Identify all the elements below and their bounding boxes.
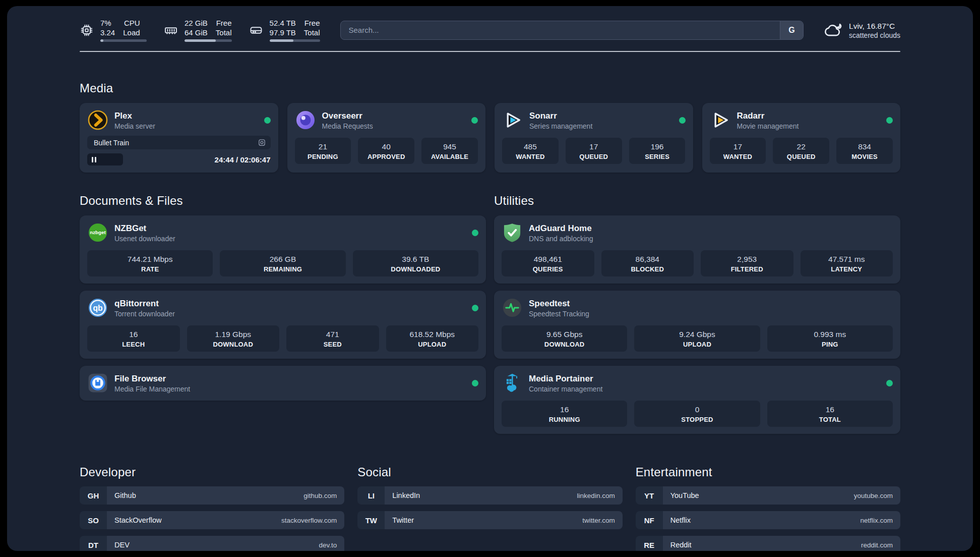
- speedtest-stat-download: 9.65 Gbps DOWNLOAD: [502, 325, 627, 352]
- cpu-total-value: 3.24: [100, 28, 115, 37]
- radarr-stat-wanted: 17 WANTED: [710, 138, 766, 164]
- app-name: Overseerr: [322, 110, 373, 121]
- overseerr-stat-pending: 21 PENDING: [295, 138, 351, 164]
- link-name: Github: [114, 491, 136, 499]
- disk-stat-widget: 52.4 TB 97.9 TB Free Total: [249, 18, 320, 42]
- disk-free-label: Free: [304, 18, 320, 28]
- cpu-progress-fill: [100, 39, 103, 42]
- stat-value: 266 GB: [222, 254, 343, 264]
- search-engine-button[interactable]: G: [780, 21, 803, 39]
- portainer-stat-stopped: 0 STOPPED: [634, 401, 760, 427]
- top-bar: 7% 3.24 CPU Load: [80, 6, 900, 42]
- qbittorrent-stat-seed: 471 SEED: [286, 325, 379, 352]
- now-playing-settings-icon[interactable]: [258, 138, 266, 147]
- link-name: Netflix: [670, 516, 691, 524]
- adguard-stat-blocked: 86,384 BLOCKED: [601, 250, 694, 276]
- app-name: qBittorrent: [114, 298, 175, 309]
- speedtest-card[interactable]: Speedtest Speedtest Tracking 9.65 Gbps D…: [494, 291, 900, 359]
- speedtest-stat-upload: 9.24 Gbps UPLOAD: [634, 325, 760, 352]
- stat-label: RUNNING: [504, 416, 625, 423]
- link-abbr: GH: [80, 486, 107, 505]
- link-row-github[interactable]: GH Github github.com: [80, 486, 344, 505]
- stat-value: 744.21 Mbps: [89, 254, 211, 264]
- status-dot: [886, 380, 893, 386]
- filebrowser-card[interactable]: File Browser Media File Management: [80, 366, 486, 401]
- stat-label: UPLOAD: [636, 341, 758, 348]
- link-row-twitter[interactable]: TW Twitter twitter.com: [357, 511, 622, 529]
- stat-label: BLOCKED: [603, 265, 692, 273]
- link-row-reddit[interactable]: RE Reddit reddit.com: [636, 536, 900, 551]
- cpu-free-value: 7%: [100, 18, 115, 28]
- disk-icon: [249, 23, 263, 37]
- link-name: Twitter: [392, 516, 414, 524]
- adguard-card[interactable]: AdGuard Home DNS and adblocking 498,461 …: [494, 215, 900, 284]
- sonarr-card[interactable]: Sonarr Series management 485 WANTED 17 Q…: [495, 103, 693, 173]
- adguard-stat-filtered: 2,953 FILTERED: [701, 250, 793, 276]
- portainer-card[interactable]: Media Portainer Container management 16 …: [494, 366, 900, 434]
- section-title-utilities: Utilities: [494, 194, 900, 208]
- overseerr-stat-available: 945 AVAILABLE: [421, 138, 478, 164]
- nzbget-card[interactable]: nzbget NZBGet Usenet downloader 744.21 M…: [80, 215, 486, 284]
- app-name: File Browser: [114, 373, 190, 384]
- app-description: DNS and adblocking: [529, 235, 593, 243]
- adguard-stat-queries: 498,461 QUERIES: [502, 250, 594, 276]
- link-abbr: DT: [80, 536, 107, 551]
- link-row-dev[interactable]: DT DEV dev.to: [80, 536, 344, 551]
- adguard-stat-latency: 47.571 ms LATENCY: [801, 250, 893, 276]
- app-name: AdGuard Home: [529, 223, 593, 234]
- ram-total-label: Total: [216, 28, 232, 37]
- adguard-icon: [502, 222, 523, 243]
- overseerr-icon: [295, 109, 316, 131]
- plex-card[interactable]: Plex Media server Bullet Train 24: [80, 103, 278, 173]
- app-name: NZBGet: [114, 223, 175, 234]
- app-description: Usenet downloader: [114, 235, 175, 243]
- stat-label: PING: [769, 341, 891, 348]
- link-abbr: LI: [357, 486, 385, 505]
- sonarr-stat-queued: 17 QUEUED: [566, 138, 622, 164]
- link-row-youtube[interactable]: YT YouTube youtube.com: [636, 486, 900, 505]
- link-row-netflix[interactable]: NF Netflix netflix.com: [636, 511, 900, 529]
- utilities-column: Utilities: [494, 194, 900, 434]
- stat-value: 2,953: [703, 254, 791, 264]
- link-row-stackoverflow[interactable]: SO StackOverflow stackoverflow.com: [80, 511, 344, 529]
- link-name: DEV: [114, 541, 130, 549]
- sonarr-icon: [502, 109, 523, 131]
- app-name: Sonarr: [529, 110, 592, 121]
- stat-value: 16: [769, 405, 891, 415]
- stat-label: QUEUED: [568, 153, 620, 160]
- documents-column: Documents & Files nzbget NZBGet U: [80, 194, 486, 401]
- section-title-social: Social: [357, 465, 622, 479]
- overseerr-card[interactable]: Overseerr Media Requests 21 PENDING 40 A…: [287, 103, 486, 173]
- stat-value: 40: [360, 142, 412, 152]
- ram-free-label: Free: [216, 18, 232, 28]
- nzbget-stat-rate: 744.21 Mbps RATE: [87, 250, 213, 276]
- social-links-column: Social LI LinkedIn linkedin.com TW Twitt…: [357, 465, 622, 529]
- svg-text:nzbget: nzbget: [90, 230, 106, 235]
- status-dot: [472, 230, 478, 236]
- radarr-card[interactable]: Radarr Movie management 17 WANTED 22 QUE…: [702, 103, 901, 173]
- disk-total-value: 97.9 TB: [270, 28, 296, 37]
- link-abbr: SO: [80, 511, 107, 529]
- system-stats: 7% 3.24 CPU Load: [80, 18, 320, 42]
- section-title-entertainment: Entertainment: [636, 465, 900, 479]
- status-dot: [679, 117, 686, 124]
- qbittorrent-card[interactable]: qb qBittorrent Torrent downloader 16 LEE…: [80, 291, 486, 359]
- link-url: reddit.com: [861, 541, 893, 549]
- pause-icon[interactable]: [92, 157, 96, 162]
- stat-value: 17: [568, 142, 620, 152]
- search-input[interactable]: [341, 21, 780, 39]
- disk-progress-bar: [270, 39, 320, 42]
- stat-label: SEED: [288, 341, 377, 348]
- link-url: stackoverflow.com: [281, 517, 337, 524]
- link-row-linkedin[interactable]: LI LinkedIn linkedin.com: [357, 486, 622, 505]
- stat-value: 16: [89, 329, 178, 340]
- disk-progress-fill: [270, 39, 293, 42]
- stat-value: 9.24 Gbps: [636, 329, 758, 340]
- search-bar: G: [340, 21, 804, 40]
- stat-label: DOWNLOAD: [189, 341, 278, 348]
- stat-label: LEECH: [89, 341, 178, 348]
- qbittorrent-stat-leech: 16 LEECH: [87, 325, 180, 352]
- stat-label: WANTED: [504, 153, 557, 160]
- app-description: Torrent downloader: [114, 310, 175, 318]
- app-description: Media File Management: [114, 385, 190, 393]
